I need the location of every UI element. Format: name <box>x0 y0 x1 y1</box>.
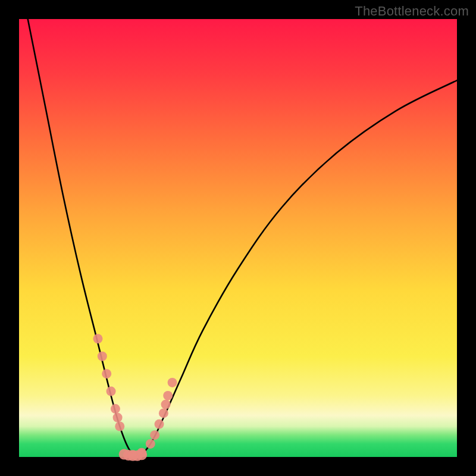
sample-dot <box>150 430 159 440</box>
sample-dot <box>98 352 107 361</box>
sample-dot <box>168 378 177 387</box>
sample-dot <box>107 387 116 396</box>
sample-dot <box>113 413 123 422</box>
sample-dot <box>128 450 137 459</box>
bottleneck-curve <box>28 19 457 457</box>
plot-area <box>19 19 457 457</box>
sample-dot <box>111 404 120 414</box>
sample-dot <box>163 391 173 400</box>
curve-svg <box>19 19 457 457</box>
sample-dot <box>93 334 102 343</box>
watermark-text: TheBottleneck.com <box>355 4 469 19</box>
sample-dot <box>146 439 155 449</box>
sample-dot <box>159 408 168 418</box>
sample-dot <box>102 369 111 378</box>
sample-dots <box>93 334 177 459</box>
sample-dot <box>161 400 171 409</box>
chart-frame: TheBottleneck.com <box>0 0 476 476</box>
sample-dot <box>115 421 124 431</box>
sample-dot <box>155 419 164 429</box>
sample-dot <box>137 448 146 458</box>
